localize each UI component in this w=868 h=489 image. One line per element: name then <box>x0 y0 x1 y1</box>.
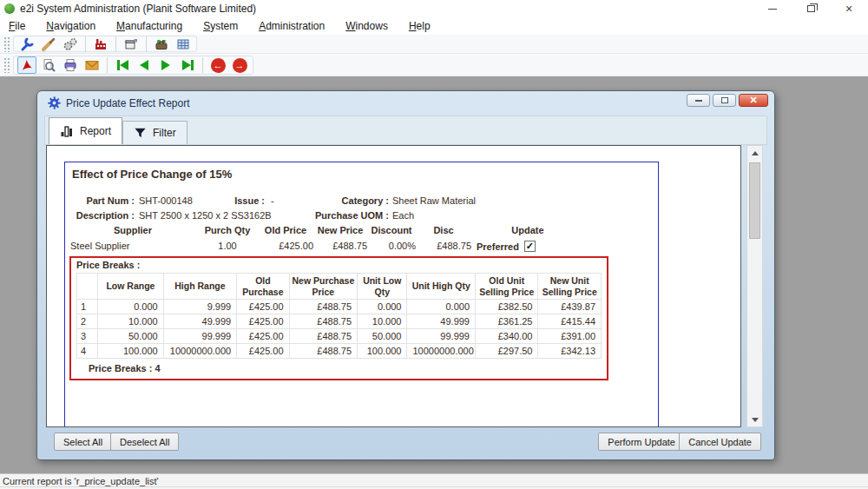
price-break-row: 4 100.000 10000000.000 £425.00 £488.75 1… <box>77 344 602 359</box>
toolbar-separator <box>115 36 116 52</box>
toolbox-button[interactable] <box>152 36 171 53</box>
cell: 3 <box>77 329 98 344</box>
disc-value: £488.75 <box>416 241 471 252</box>
toolbar-separator <box>146 36 147 52</box>
col-header-unit-high-qty: Unit High Qty <box>407 274 476 300</box>
minimize-button[interactable] <box>753 0 792 17</box>
menu-file[interactable]: File <box>7 18 36 34</box>
toolbar-separator <box>202 57 203 73</box>
first-record-button[interactable] <box>113 56 132 74</box>
child-minimize-button[interactable] <box>687 94 710 107</box>
screwdriver-button[interactable] <box>39 36 58 53</box>
grid-button[interactable] <box>174 36 193 53</box>
toolbox-icon <box>154 36 169 52</box>
tab-filter[interactable]: Filter <box>122 121 187 144</box>
child-restore-icon <box>721 97 728 103</box>
cell: 100.000 <box>98 344 164 359</box>
cell: 10000000.000 <box>163 344 237 359</box>
gears-button[interactable] <box>61 36 80 53</box>
cell: 9.999 <box>163 300 237 314</box>
cell: £361.25 <box>476 314 538 329</box>
cell: 10000000.000 <box>407 344 476 359</box>
cell: 49.999 <box>407 314 476 329</box>
forward-button[interactable]: → <box>230 56 249 74</box>
price-breaks-table: Low Range High Range Old Purchase New Pu… <box>76 273 602 359</box>
child-restore-button[interactable] <box>713 94 736 107</box>
cell: £297.50 <box>476 344 538 359</box>
menu-navigation[interactable]: Navigation <box>44 18 106 34</box>
supplier-row: Steel Supplier 1.00 £425.00 £488.75 0.00… <box>69 241 598 252</box>
restore-button[interactable] <box>792 0 830 17</box>
select-all-button[interactable]: Select All <box>54 433 112 451</box>
new-price-header: New Price <box>313 225 367 235</box>
next-record-button[interactable] <box>156 56 175 74</box>
vertical-scrollbar[interactable] <box>746 145 763 427</box>
scroll-up-button[interactable] <box>747 146 762 160</box>
col-header-low-range: Low Range <box>98 274 164 300</box>
scrollbar-thumb[interactable] <box>749 162 760 239</box>
cell: £425.00 <box>237 344 289 359</box>
cell: 1 <box>77 300 98 314</box>
print-preview-button[interactable] <box>39 56 58 74</box>
cell: 49.999 <box>163 314 237 329</box>
child-window-title: Price Update Effect Report <box>66 97 190 109</box>
toolbar-separator <box>85 36 86 52</box>
printer-icon <box>62 57 78 73</box>
close-button[interactable]: × <box>830 0 868 17</box>
email-button[interactable] <box>82 56 102 74</box>
cell: 10.000 <box>98 314 164 329</box>
cell: £342.13 <box>538 344 602 359</box>
old-price-header: Old Price <box>258 225 313 235</box>
app-window: e2i System Administration (Planit Softwa… <box>0 0 868 489</box>
tab-report[interactable]: Report <box>49 117 122 144</box>
wrench-icon <box>19 36 35 52</box>
button-row: Select All Deselect All Perform Update C… <box>37 433 774 452</box>
cell: £425.00 <box>237 314 289 329</box>
update-checkbox[interactable]: ✓ <box>524 241 536 252</box>
app-icon <box>4 3 15 14</box>
pdf-export-button[interactable] <box>17 56 36 74</box>
perform-update-button[interactable]: Perform Update <box>598 433 685 451</box>
deselect-all-button[interactable]: Deselect All <box>110 433 179 451</box>
issue-label: Issue : <box>226 195 265 206</box>
cell: 0.000 <box>98 300 164 314</box>
purch-qty-header: Purch Qty <box>197 225 258 235</box>
child-titlebar[interactable]: Price Update Effect Report ✕ <box>37 91 774 115</box>
cell: £382.50 <box>476 300 538 314</box>
cancel-update-button[interactable]: Cancel Update <box>679 433 761 451</box>
restore-icon <box>807 5 815 12</box>
cell: 100.000 <box>358 344 407 359</box>
cell: £340.00 <box>476 329 538 344</box>
menu-help[interactable]: Help <box>407 18 441 34</box>
menu-manufacturing[interactable]: Manufacturing <box>115 18 193 34</box>
wrench-button[interactable] <box>17 36 36 53</box>
child-close-icon: ✕ <box>749 95 757 106</box>
price-break-row: 1 0.000 9.999 £425.00 £488.75 0.000 0.00… <box>77 300 602 314</box>
statusbar: Current report is 'r_price_update_list' <box>0 473 868 489</box>
gears-icon <box>62 36 78 52</box>
print-button[interactable] <box>61 56 80 74</box>
scroll-down-icon <box>752 418 759 422</box>
last-record-icon <box>182 60 194 70</box>
factory-button[interactable] <box>91 36 110 53</box>
cell: £488.75 <box>289 329 358 344</box>
price-update-report-window: Price Update Effect Report ✕ Report Filt… <box>36 90 775 460</box>
mdi-client-area: Price Update Effect Report ✕ Report Filt… <box>0 76 868 473</box>
cell: 10.000 <box>358 314 407 329</box>
menu-system[interactable]: System <box>201 18 248 34</box>
previous-record-button[interactable] <box>135 56 154 74</box>
cell: 0.000 <box>358 300 407 314</box>
col-header-new-purchase-price: New Purchase Price <box>289 274 358 300</box>
last-record-button[interactable] <box>178 56 197 74</box>
menu-windows[interactable]: Windows <box>344 18 398 34</box>
toolbar-grip[interactable] <box>3 57 10 73</box>
cell: £488.75 <box>289 314 358 329</box>
scroll-down-button[interactable] <box>747 413 762 426</box>
price-breaks-label: Price Breaks : <box>76 260 602 270</box>
description-value: SHT 2500 x 1250 x 2 SS3162B <box>139 210 272 221</box>
toolbar-grip[interactable] <box>3 36 10 52</box>
child-close-button[interactable]: ✕ <box>739 94 768 107</box>
properties-button[interactable] <box>122 36 141 53</box>
menu-administration[interactable]: Administration <box>257 18 335 34</box>
back-button[interactable]: ← <box>208 56 227 74</box>
